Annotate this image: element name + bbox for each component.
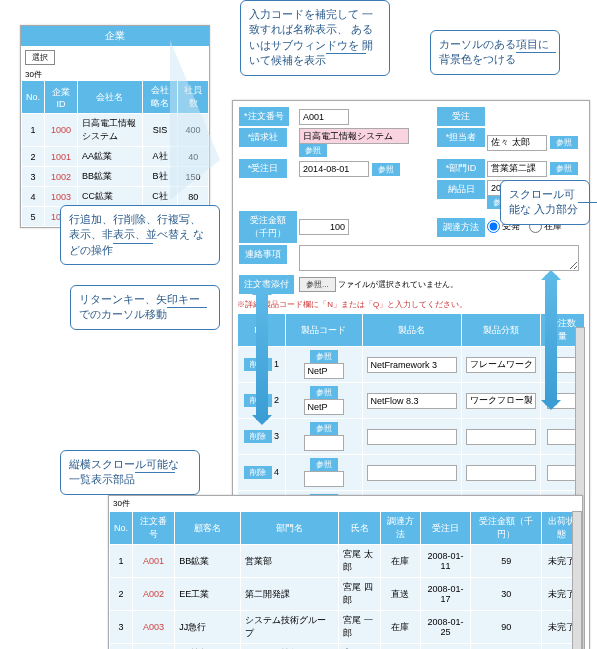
input-code[interactable] xyxy=(304,399,344,415)
input-code[interactable] xyxy=(304,435,344,451)
col-header[interactable]: 受注日 xyxy=(420,512,471,545)
input-orderdate[interactable] xyxy=(299,161,369,177)
detail-row: 削除 2参照 xyxy=(238,383,585,419)
input-pname[interactable] xyxy=(367,429,457,445)
col-header[interactable]: No. xyxy=(22,81,45,114)
input-remarks[interactable] xyxy=(299,245,579,271)
row-ref[interactable]: 参照 xyxy=(310,386,338,399)
col-header[interactable]: 会社名 xyxy=(77,81,142,114)
input-pname[interactable] xyxy=(367,357,457,373)
arrow-vert-right xyxy=(545,275,557,405)
col-header[interactable]: 氏名 xyxy=(339,512,381,545)
ref-rep[interactable]: 参照 xyxy=(550,136,578,149)
input-amount[interactable] xyxy=(299,219,349,235)
list-vscroll[interactable] xyxy=(572,511,582,649)
list-table: No.注文番号顧客名部門名氏名調達方法受注日受注金額（千円）出荷状態 1A001… xyxy=(109,511,582,649)
lbl-method: 調達方法 xyxy=(437,218,485,237)
ref-company[interactable]: 参照 xyxy=(299,144,327,157)
input-cat[interactable] xyxy=(466,357,536,373)
detail-row: 削除 4参照 xyxy=(238,455,585,491)
col-header[interactable]: 企業ID xyxy=(45,81,78,114)
select-button[interactable]: 選択 xyxy=(25,50,55,65)
ref-date[interactable]: 参照 xyxy=(372,163,400,176)
recv-title: 受注 xyxy=(437,107,485,126)
attach-msg: ファイルが選択されていません。 xyxy=(338,280,458,289)
list-count: 30件 xyxy=(109,496,582,511)
callout-rowops: 行追加、行削除、行複写、 表示、非表示、並べ替え などの操作 xyxy=(60,205,220,265)
detail-row: 削除 1参照 xyxy=(238,347,585,383)
input-code[interactable] xyxy=(304,363,344,379)
list-row[interactable]: 2A002EE工業第二開発課宮尾 四郎直送2008-01-1730未完了 xyxy=(110,578,582,611)
row-ref[interactable]: 参照 xyxy=(310,422,338,435)
input-cat[interactable] xyxy=(466,393,536,409)
col-header[interactable]: 製品分類 xyxy=(461,314,540,347)
list-row[interactable]: 3A003JJ急行システム技術グループ宮尾 一郎在庫2008-01-2590未完… xyxy=(110,611,582,644)
detail-row: 削除 3参照 xyxy=(238,419,585,455)
input-company[interactable] xyxy=(299,128,409,144)
ref-dept[interactable]: 参照 xyxy=(550,162,578,175)
input-qty[interactable] xyxy=(547,429,577,445)
lbl-remarks: 連絡事項 xyxy=(239,245,287,264)
input-pname[interactable] xyxy=(367,465,457,481)
lbl-dept: *部門ID xyxy=(437,159,485,178)
lbl-rep: *担当者 xyxy=(437,128,485,147)
input-orderno[interactable] xyxy=(299,109,349,125)
callout-autocomplete: 入力コードを補完して 一致すれば名称表示、 あるいはサブウィンドウを 開いて候補… xyxy=(240,0,390,76)
input-dept[interactable] xyxy=(487,161,547,177)
lbl-amount: 受注金額（千円） xyxy=(239,211,297,243)
callout-scrollinput: スクロール可能な 入力部分 xyxy=(500,180,590,225)
list-row[interactable]: 4A004KK情報システムシステム技術グループ宮尾 三郎直送2008-01-26… xyxy=(110,644,582,650)
col-header[interactable]: 製品名 xyxy=(362,314,461,347)
row-ref[interactable]: 参照 xyxy=(310,350,338,363)
row-ref[interactable]: 参照 xyxy=(310,458,338,471)
input-pname[interactable] xyxy=(367,393,457,409)
lbl-company: *請求社 xyxy=(239,128,287,147)
list-panel: 30件 No.注文番号顧客名部門名氏名調達方法受注日受注金額（千円）出荷状態 1… xyxy=(108,495,583,649)
callout-keynav: リターンキー、矢印キー でのカーソル移動 xyxy=(70,285,220,330)
browse-button[interactable]: 参照... xyxy=(299,277,336,292)
detail-hint: ※詳細 製品コード欄に「N」または「Q」と入力してください。 xyxy=(237,299,585,310)
lbl-orderdate: *受注日 xyxy=(239,159,287,178)
input-code[interactable] xyxy=(304,471,344,487)
row-delete[interactable]: 削除 xyxy=(244,466,272,479)
col-header[interactable]: 受注金額（千円） xyxy=(471,512,542,545)
zoom-triangle xyxy=(170,40,220,200)
input-rep[interactable] xyxy=(487,135,547,151)
input-qty[interactable] xyxy=(547,465,577,481)
arrow-vert-left xyxy=(256,290,268,420)
lbl-deliver: 納品日 xyxy=(437,180,485,199)
input-cat[interactable] xyxy=(466,465,536,481)
col-header[interactable]: 調達方法 xyxy=(380,512,420,545)
input-cat[interactable] xyxy=(466,429,536,445)
lbl-orderno: *注文番号 xyxy=(239,107,289,126)
list-row[interactable]: 1A001BB鉱業営業部宮尾 太郎在庫2008-01-1159未完了 xyxy=(110,545,582,578)
col-header[interactable]: 製品コード xyxy=(285,314,362,347)
col-header[interactable]: 顧客名 xyxy=(175,512,241,545)
col-header[interactable]: No. xyxy=(110,512,133,545)
callout-scrolllist: 縦横スクロール可能な 一覧表示部品 xyxy=(60,450,200,495)
col-header[interactable]: 部門名 xyxy=(241,512,339,545)
col-header[interactable]: 注文番号 xyxy=(133,512,175,545)
callout-highlight: カーソルのある項目に 背景色をつける xyxy=(430,30,560,75)
